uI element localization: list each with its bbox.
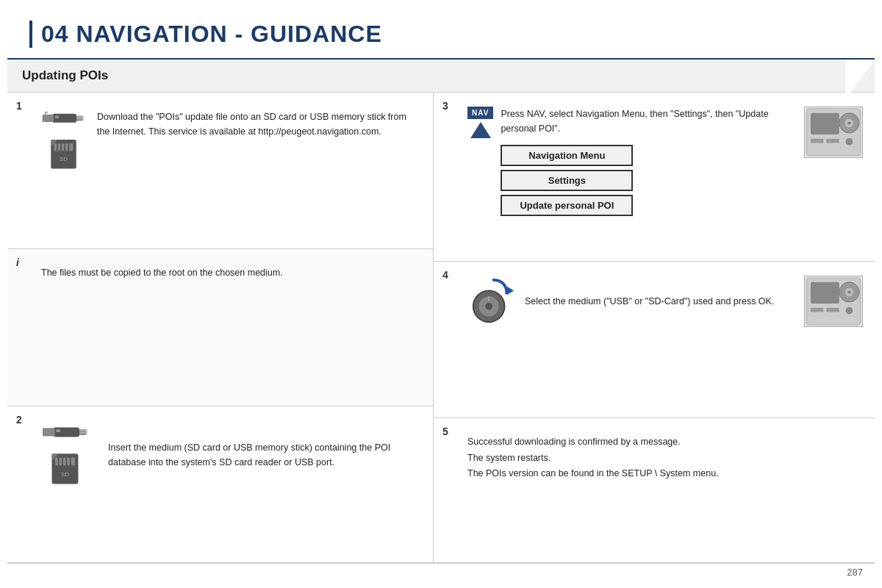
svg-rect-18 xyxy=(56,429,60,432)
head-unit-icon-3 xyxy=(805,107,862,157)
update-poi-button[interactable]: Update personal POI xyxy=(501,195,633,216)
step-5-number: 5 xyxy=(442,426,448,437)
svg-marker-37 xyxy=(506,287,514,295)
svg-rect-2 xyxy=(43,115,54,122)
svg-rect-30 xyxy=(811,113,839,135)
svg-rect-3 xyxy=(55,115,59,118)
step-4-text: Select the medium ("USB" or "SD-Card") u… xyxy=(525,294,797,309)
step-3-box: 3 NAV Press NAV, select Navigation Menu,… xyxy=(434,93,875,262)
svg-rect-4 xyxy=(44,111,48,114)
page-number: 287 xyxy=(847,567,863,578)
head-unit-icon-4 xyxy=(805,276,862,326)
svg-rect-12 xyxy=(65,143,68,151)
info-box: i The files must be copied to the root o… xyxy=(7,249,433,406)
svg-rect-5 xyxy=(76,116,84,118)
step-2-content: SD Insert the medium (SD card or USB mem… xyxy=(19,417,421,487)
right-column: 3 NAV Press NAV, select Navigation Menu,… xyxy=(434,93,875,563)
svg-point-40 xyxy=(485,303,492,310)
step-5-text-1: Successful downloading is confirmed by a… xyxy=(467,434,863,450)
nav-label: NAV xyxy=(467,107,493,119)
step-1-number: 1 xyxy=(16,100,22,112)
step-1-content: SD Download the "POIs" update file onto … xyxy=(19,103,421,171)
step-2-number: 2 xyxy=(16,414,22,426)
page-title: 04 NAVIGATION - GUIDANCE xyxy=(29,21,853,48)
step-4-box: 4 Select the medium ("USB" or "SD-Card")… xyxy=(434,262,875,418)
step-4-number: 4 xyxy=(442,269,448,281)
page-footer: 287 xyxy=(7,563,875,581)
device-thumbnail-3 xyxy=(804,107,863,158)
step-3-number: 3 xyxy=(442,100,448,112)
step-3-content: NAV Press NAV, select Navigation Menu, t… xyxy=(445,103,863,216)
step-1-icons: SD xyxy=(41,107,85,171)
nav-arrow-icon xyxy=(470,122,491,138)
svg-text:SD: SD xyxy=(60,156,68,162)
nav-button-group: Navigation Menu Settings Update personal… xyxy=(501,145,797,216)
sd-card-icon: SD xyxy=(47,135,80,171)
svg-rect-26 xyxy=(67,457,70,465)
page-header: 04 NAVIGATION - GUIDANCE xyxy=(7,7,875,60)
info-text: The files must be copied to the root on … xyxy=(19,259,421,280)
step-1-box: 1 xyxy=(7,93,433,249)
left-column: 1 xyxy=(7,93,434,563)
svg-rect-25 xyxy=(63,457,66,465)
dial-icon xyxy=(467,276,517,326)
device-thumbnail-4 xyxy=(804,276,863,327)
step-2-box: 2 xyxy=(7,406,433,563)
svg-rect-19 xyxy=(79,430,87,431)
svg-rect-9 xyxy=(54,143,56,151)
svg-rect-27 xyxy=(71,457,75,465)
svg-rect-20 xyxy=(79,432,87,434)
svg-rect-24 xyxy=(59,457,62,465)
svg-rect-17 xyxy=(43,428,55,436)
sd-card-icon-2: SD xyxy=(49,448,82,487)
step-4-content: Select the medium ("USB" or "SD-Card") u… xyxy=(445,272,863,327)
settings-button[interactable]: Settings xyxy=(501,170,633,191)
svg-rect-13 xyxy=(69,143,73,151)
svg-point-49 xyxy=(846,307,853,315)
svg-rect-15 xyxy=(54,427,79,437)
svg-rect-10 xyxy=(57,143,60,151)
step-2-text: Insert the medium (SD card or USB memory… xyxy=(108,440,421,470)
step-3-middle: Press NAV, select Navigation Menu, then … xyxy=(501,107,797,216)
svg-point-46 xyxy=(847,291,850,294)
svg-rect-34 xyxy=(811,139,823,143)
step-2-icons: SD xyxy=(41,420,89,487)
step-5-content: Successful downloading is confirmed by a… xyxy=(445,429,863,481)
svg-rect-23 xyxy=(55,457,58,465)
sub-header: Updating POIs xyxy=(7,60,875,93)
svg-rect-0 xyxy=(52,114,76,123)
nav-arrow-area: NAV xyxy=(467,107,493,138)
svg-rect-6 xyxy=(76,118,84,120)
svg-rect-11 xyxy=(61,143,63,151)
nav-menu-button[interactable]: Navigation Menu xyxy=(501,145,633,166)
step-5-text-2: The system restarts. xyxy=(467,451,863,466)
svg-point-36 xyxy=(846,138,853,146)
step-1-text: Download the "POIs" update file onto an … xyxy=(97,110,421,139)
info-symbol: i xyxy=(16,257,19,268)
step-5-text-3: The POIs version can be found in the SET… xyxy=(467,466,863,481)
usb-stick-icon-2 xyxy=(41,420,89,442)
svg-text:SD: SD xyxy=(61,470,69,477)
svg-rect-35 xyxy=(826,139,839,143)
usb-stick-icon xyxy=(41,107,85,129)
main-content: 1 xyxy=(7,93,875,563)
section-title: Updating POIs xyxy=(22,68,860,83)
step-3-text: Press NAV, select Navigation Menu, then … xyxy=(501,107,797,136)
svg-point-33 xyxy=(847,121,850,124)
svg-rect-47 xyxy=(811,308,823,312)
step-5-box: 5 Successful downloading is confirmed by… xyxy=(434,418,875,563)
svg-rect-43 xyxy=(811,282,839,304)
svg-rect-48 xyxy=(826,308,839,312)
